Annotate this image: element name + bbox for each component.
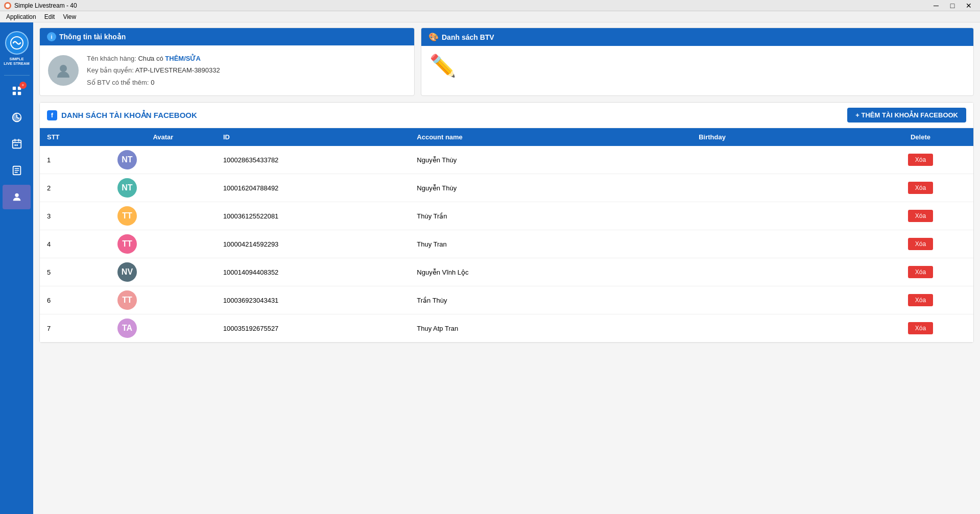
svg-rect-4 [12, 92, 15, 95]
logo-wave-icon [10, 36, 24, 50]
maximize-button[interactable]: □ [945, 0, 960, 11]
cell-birthday [691, 314, 868, 342]
cell-birthday [691, 146, 868, 174]
cell-birthday [691, 286, 868, 314]
col-header-delete: Delete [868, 128, 973, 146]
cell-id: 100016204788492 [216, 174, 410, 202]
cell-avatar: TA [110, 314, 216, 342]
delete-button[interactable]: Xóa [908, 322, 933, 334]
delete-button[interactable]: Xóa [908, 266, 933, 278]
table-row: 6TT100036923043431Trần ThùyXóa [40, 286, 973, 314]
history-icon [11, 112, 22, 123]
menu-application[interactable]: Application [2, 12, 40, 21]
row-avatar: TT [117, 234, 137, 254]
customer-value: Chưa có [138, 55, 165, 62]
table-row: 4TT100004214592293Thuy TranXóa [40, 230, 973, 258]
accounts-table: STT Avatar ID Account name Birthday Dele… [40, 128, 973, 342]
cell-stt: 4 [40, 230, 110, 258]
row-avatar: NT [117, 150, 137, 169]
account-panel: i Thông tin tài khoản Tên khách hàng: Ch… [39, 28, 415, 96]
facebook-title: f DANH SÁCH TÀI KHOẢN FACEBOOK [47, 110, 197, 120]
account-panel-title: Thông tin tài khoản [59, 33, 126, 41]
facebook-icon: f [47, 110, 57, 120]
add-facebook-account-button[interactable]: + THÊM TÀI KHOẢN FACEBOOK [847, 108, 966, 123]
svg-rect-5 [17, 92, 20, 95]
cell-name: Trần Thùy [410, 286, 691, 314]
customer-label: Tên khách hàng: [87, 55, 136, 62]
col-header-avatar: Avatar [110, 128, 216, 146]
menu-edit[interactable]: Edit [40, 12, 59, 21]
sidebar-item-history[interactable] [3, 105, 31, 130]
customer-link[interactable]: THÊM/SỬA [165, 55, 201, 62]
cell-name: Nguyễn Thùy [410, 174, 691, 202]
app-layout: SIMPLELIVE STREAM + [0, 22, 980, 514]
cell-delete: Xóa [868, 146, 973, 174]
grid-badge: + [19, 82, 27, 89]
account-details: Tên khách hàng: Chưa có THÊM/SỬA Key bản… [87, 53, 220, 88]
cell-avatar: NT [110, 174, 216, 202]
delete-button[interactable]: Xóa [908, 238, 933, 250]
sidebar-item-grid[interactable]: + [3, 79, 31, 103]
btv-panel: 🎨 Danh sách BTV ✏️ [421, 28, 974, 96]
cell-delete: Xóa [868, 230, 973, 258]
row-avatar: NV [117, 262, 137, 282]
col-header-stt: STT [40, 128, 110, 146]
svg-rect-2 [12, 87, 15, 90]
cell-birthday [691, 202, 868, 230]
facebook-section-title: DANH SÁCH TÀI KHOẢN FACEBOOK [61, 111, 197, 120]
account-panel-header: i Thông tin tài khoản [40, 28, 414, 45]
cell-id: 100028635433782 [216, 146, 410, 174]
row-avatar: TT [117, 206, 137, 226]
cell-id: 100035192675527 [216, 314, 410, 342]
btv-label: Số BTV có thể thêm: [87, 79, 149, 86]
cell-stt: 6 [40, 286, 110, 314]
notes-icon [11, 165, 22, 176]
account-avatar [48, 55, 79, 86]
delete-button[interactable]: Xóa [908, 210, 933, 222]
cell-avatar: NT [110, 146, 216, 174]
btv-panel-body: ✏️ [421, 46, 973, 87]
sidebar-item-notes[interactable] [3, 158, 31, 183]
calendar-icon [11, 138, 22, 150]
cell-name: Nguyễn Thùy [410, 146, 691, 174]
cell-delete: Xóa [868, 202, 973, 230]
table-row: 5NV100014094408352Nguyễn Vĩnh LộcXóa [40, 258, 973, 286]
row-avatar: TT [117, 290, 137, 310]
app-icon [4, 2, 11, 9]
facebook-section: f DANH SÁCH TÀI KHOẢN FACEBOOK + THÊM TÀ… [39, 102, 974, 343]
cell-birthday [691, 258, 868, 286]
minimize-button[interactable]: ─ [929, 0, 943, 11]
delete-button[interactable]: Xóa [908, 294, 933, 306]
key-value: ATP-LIVESTREAM-3890332 [135, 66, 220, 74]
table-row: 1NT100028635433782Nguyễn ThùyXóa [40, 146, 973, 174]
sidebar-item-users[interactable] [3, 185, 31, 209]
cell-stt: 5 [40, 258, 110, 286]
table-body: 1NT100028635433782Nguyễn ThùyXóa2NT10001… [40, 146, 973, 342]
sidebar-logo: SIMPLELIVE STREAM [3, 27, 31, 70]
close-button[interactable]: ✕ [962, 0, 976, 11]
sidebar-item-calendar[interactable] [3, 132, 31, 156]
menubar: Application Edit View [0, 11, 980, 22]
col-header-name: Account name [410, 128, 691, 146]
titlebar-title: Simple Livestream - 40 [14, 2, 77, 9]
users-icon [11, 191, 22, 203]
delete-button[interactable]: Xóa [908, 182, 933, 194]
top-panels: i Thông tin tài khoản Tên khách hàng: Ch… [39, 28, 974, 96]
cell-delete: Xóa [868, 258, 973, 286]
btv-panel-header: 🎨 Danh sách BTV [421, 28, 973, 46]
cell-stt: 7 [40, 314, 110, 342]
cell-delete: Xóa [868, 314, 973, 342]
titlebar: Simple Livestream - 40 ─ □ ✕ [0, 0, 980, 11]
delete-button[interactable]: Xóa [908, 154, 933, 166]
titlebar-controls: ─ □ ✕ [929, 0, 976, 11]
btv-value: 0 [151, 79, 154, 86]
cell-id: 100036923043431 [216, 286, 410, 314]
sidebar: SIMPLELIVE STREAM + [0, 22, 33, 514]
logo-circle [5, 31, 29, 55]
account-panel-body: Tên khách hàng: Chưa có THÊM/SỬA Key bản… [40, 45, 414, 95]
menu-view[interactable]: View [59, 12, 80, 21]
svg-point-18 [60, 65, 67, 72]
cell-avatar: TT [110, 202, 216, 230]
row-avatar: NT [117, 178, 137, 198]
cell-name: Nguyễn Vĩnh Lộc [410, 258, 691, 286]
